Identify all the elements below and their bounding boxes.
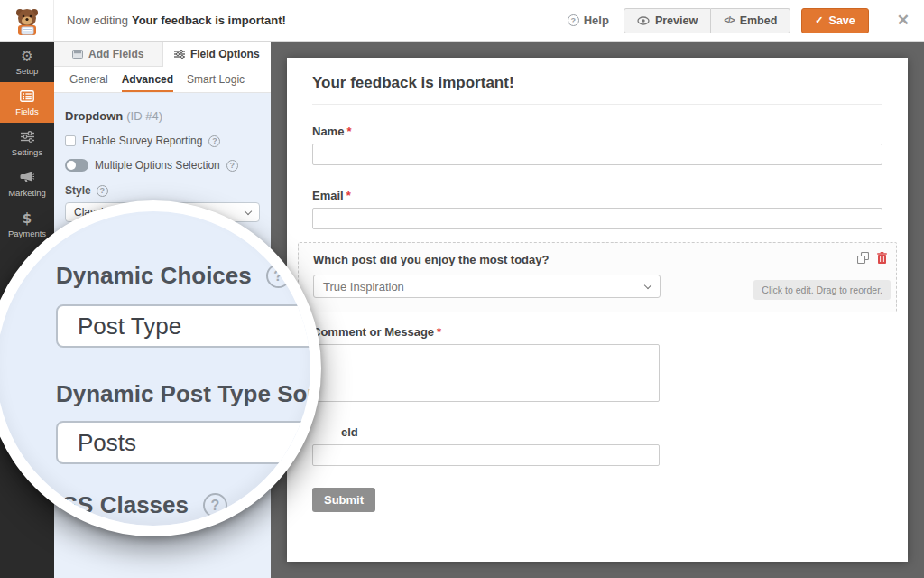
- help-icon[interactable]: ?: [208, 135, 220, 147]
- required-asterisk: *: [346, 189, 351, 202]
- eye-icon: [637, 16, 650, 25]
- code-icon: </>: [724, 15, 734, 25]
- selected-dropdown-field[interactable]: Which post did you enjoy the most today?…: [298, 242, 897, 312]
- subtab-label: Advanced: [122, 73, 173, 86]
- gear-icon: ⚙: [21, 49, 32, 63]
- megaphone-icon: [20, 171, 34, 185]
- subtab-label: Smart Logic: [187, 73, 245, 86]
- multiple-options-toggle[interactable]: [65, 159, 88, 172]
- subtab-general[interactable]: General: [69, 67, 108, 92]
- field-heading: Dropdown(ID #4): [65, 109, 260, 123]
- embed-button[interactable]: </> Embed: [711, 8, 790, 33]
- occluded-field-label: eld: [312, 425, 882, 439]
- label-text: Name: [312, 125, 344, 138]
- field-id: (ID #4): [126, 109, 162, 123]
- sidebar-item-setup[interactable]: ⚙ Setup: [0, 42, 54, 82]
- subtab-label: General: [69, 73, 108, 86]
- wpforms-logo: [0, 0, 54, 41]
- add-fields-icon: [72, 50, 83, 59]
- duplicate-icon[interactable]: [857, 252, 869, 264]
- required-asterisk: *: [346, 125, 351, 138]
- enable-survey-row: Enable Survey Reporting ?: [65, 135, 260, 147]
- style-label: Style: [65, 184, 91, 197]
- form-preview-card: Your feedback is important! Name* Email*…: [287, 58, 908, 562]
- dropdown-field-label: Which post did you enjoy the most today?: [313, 253, 882, 266]
- help-icon[interactable]: ?: [97, 185, 108, 197]
- name-field-label: Name*: [312, 125, 882, 138]
- bear-logo-icon: [12, 5, 42, 36]
- subtab-advanced[interactable]: Advanced: [122, 67, 173, 92]
- dynamic-choices-select[interactable]: Post Type: [56, 304, 321, 348]
- required-asterisk: *: [437, 325, 441, 339]
- form-title: Your feedback is important!: [312, 74, 882, 92]
- chevron-down-icon: [245, 207, 252, 214]
- dynamic-choices-label-row: Dynamic Choices ?: [56, 262, 321, 290]
- help-button[interactable]: ? Help: [568, 14, 609, 27]
- form-fields-icon: [20, 89, 34, 104]
- dropdown-preview-select[interactable]: True Inspiration: [313, 275, 661, 298]
- preview-embed-group: Preview </> Embed: [624, 8, 790, 33]
- field-type: Dropdown: [65, 109, 123, 123]
- tab-field-options-label: Field Options: [190, 48, 260, 61]
- style-label-row: Style ?: [65, 184, 260, 197]
- sidebar-item-label: Marketing: [8, 188, 46, 198]
- embed-label: Embed: [740, 14, 778, 27]
- comment-field-label: Comment or Message*: [312, 325, 882, 339]
- label-text: Comment or Message: [312, 325, 434, 339]
- help-label: Help: [584, 14, 609, 27]
- dynamic-source-select[interactable]: Posts: [56, 421, 321, 464]
- email-input[interactable]: [312, 208, 882, 229]
- tab-add-fields[interactable]: Add Fields: [54, 42, 163, 67]
- help-icon: ?: [568, 14, 579, 26]
- sidebar-item-label: Fields: [15, 107, 38, 117]
- option-subtabs: General Advanced Smart Logic: [54, 67, 271, 93]
- occluded-field-input[interactable]: [312, 444, 660, 466]
- now-editing-text: Now editingYour feedback is important!: [67, 14, 286, 27]
- close-builder-button[interactable]: ✕: [882, 0, 915, 41]
- name-input[interactable]: [312, 144, 882, 165]
- help-icon[interactable]: ?: [226, 160, 238, 172]
- survey-reporting-checkbox[interactable]: [65, 135, 76, 146]
- delete-icon[interactable]: [877, 252, 887, 264]
- chevron-down-icon: [644, 281, 651, 288]
- sidebar-item-label: Payments: [8, 228, 46, 238]
- field-actions: [857, 252, 887, 264]
- multiple-options-label: Multiple Options Selection: [95, 159, 220, 172]
- dropdown-value: True Inspiration: [323, 280, 404, 294]
- dynamic-source-value: Posts: [78, 429, 136, 457]
- submit-button[interactable]: Submit: [312, 488, 375, 512]
- dynamic-choices-label: Dynamic Choices: [56, 262, 252, 290]
- preview-canvas: Your feedback is important! Name* Email*…: [271, 42, 924, 578]
- top-bar: Now editingYour feedback is important! ?…: [0, 0, 924, 42]
- survey-reporting-label: Enable Survey Reporting: [82, 135, 202, 147]
- sidebar-item-marketing[interactable]: Marketing: [0, 163, 54, 204]
- email-field-label: Email*: [312, 189, 882, 202]
- sidebar-item-settings[interactable]: Settings: [0, 123, 54, 163]
- preview-button[interactable]: Preview: [624, 8, 711, 33]
- field-options-icon: [174, 50, 185, 59]
- sidebar-item-label: Setup: [16, 66, 39, 76]
- check-icon: ✓: [815, 14, 823, 26]
- dynamic-choices-value: Post Type: [78, 312, 181, 340]
- comment-textarea[interactable]: [312, 344, 660, 402]
- panel-tabs: Add Fields Field Options: [54, 42, 271, 67]
- editing-form-title: Your feedback is important!: [132, 14, 286, 27]
- preview-label: Preview: [655, 14, 698, 27]
- save-label: Save: [829, 14, 855, 27]
- tab-field-options[interactable]: Field Options: [163, 42, 272, 67]
- dollar-icon: $: [23, 211, 32, 226]
- dynamic-source-label-row: Dynamic Post Type Source ?: [56, 380, 321, 408]
- subtab-smart-logic[interactable]: Smart Logic: [187, 67, 245, 92]
- sidebar-item-fields[interactable]: Fields: [0, 82, 54, 123]
- help-icon[interactable]: ?: [203, 493, 227, 517]
- close-icon: ✕: [897, 11, 910, 30]
- help-icon[interactable]: ?: [266, 264, 291, 288]
- edit-reorder-tooltip: Click to edit. Drag to reorder.: [753, 280, 891, 300]
- label-text: Email: [312, 189, 344, 202]
- save-button[interactable]: ✓ Save: [801, 8, 868, 33]
- multiple-options-row: Multiple Options Selection ?: [65, 159, 260, 172]
- sidebar-item-label: Settings: [12, 147, 42, 157]
- title-divider: [312, 104, 882, 105]
- magnifier-overlay: Dynamic Choices ? Post Type Dynamic Post…: [0, 200, 321, 536]
- tab-add-fields-label: Add Fields: [88, 48, 143, 61]
